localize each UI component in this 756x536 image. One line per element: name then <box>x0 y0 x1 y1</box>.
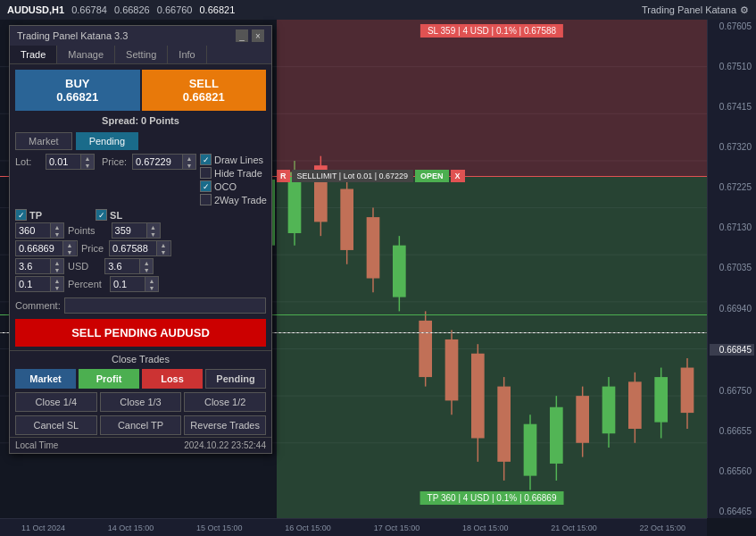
sl-pct-up[interactable]: ▲ <box>145 277 158 284</box>
sl-usd-input[interactable] <box>105 259 139 273</box>
tab-setting[interactable]: Setting <box>115 46 168 63</box>
chart-settings-icon[interactable]: ⚙ <box>740 4 749 16</box>
sl-price-up[interactable]: ▲ <box>157 241 170 248</box>
subtab-pending[interactable]: Pending <box>76 132 138 150</box>
tp-pct-arrows: ▲ ▼ <box>50 277 63 291</box>
tp-usd-up[interactable]: ▲ <box>51 259 63 266</box>
tab-info[interactable]: Info <box>168 46 206 63</box>
tp-pct-up[interactable]: ▲ <box>51 277 63 284</box>
close-profit-btn[interactable]: Profit <box>79 369 139 389</box>
tp-usd-down[interactable]: ▼ <box>51 266 63 273</box>
sell-label: SELL <box>145 77 263 90</box>
tp-price-label: Price <box>81 243 104 254</box>
sell-pending-button[interactable]: SELL PENDING AUDUSD <box>15 319 266 347</box>
close-quarter-btn[interactable]: Close 1/4 <box>15 392 97 412</box>
panel-titlebar[interactable]: Trading Panel Katana 3.3 _ × <box>10 26 271 46</box>
close-trades-row: Market Profit Loss Pending <box>10 367 271 390</box>
tp-usd-input[interactable] <box>16 259 50 273</box>
close-trades-header: Close Trades <box>10 350 271 367</box>
price-stepper[interactable]: ▲ ▼ <box>132 154 196 170</box>
close-pending-btn[interactable]: Pending <box>205 369 266 389</box>
panel-minimize-btn[interactable]: _ <box>236 29 248 42</box>
sl-price-arrows: ▲ ▼ <box>156 241 170 255</box>
tp-pct-stepper[interactable]: ▲ ▼ <box>15 276 64 292</box>
sl-points-stepper[interactable]: ▲ ▼ <box>112 222 161 239</box>
lot-down-btn[interactable]: ▼ <box>81 162 94 169</box>
tp-price-stepper[interactable]: ▲ ▼ <box>15 240 78 256</box>
cancel-tp-btn[interactable]: Cancel TP <box>100 415 182 435</box>
price-tick-current: 0.66845 <box>710 344 754 356</box>
subtab-market[interactable]: Market <box>15 132 72 150</box>
price-input[interactable] <box>133 155 182 169</box>
sl-points-input[interactable] <box>112 223 146 238</box>
sl-price-down[interactable]: ▼ <box>157 248 170 255</box>
time-tick: 11 Oct 2024 <box>21 523 65 532</box>
price-tick: 0.66560 <box>710 466 754 476</box>
tp-points-input[interactable] <box>16 223 50 238</box>
sl-usd-down[interactable]: ▼ <box>140 266 153 273</box>
price-tick: 0.67320 <box>710 142 754 152</box>
tp-price-up[interactable]: ▲ <box>63 241 76 248</box>
sl-price-stepper[interactable]: ▲ ▼ <box>109 240 171 256</box>
sl-down-btn[interactable]: ▼ <box>147 230 160 238</box>
sl-label: SL <box>110 210 122 221</box>
checkbox-hide-trade[interactable] <box>200 167 212 179</box>
panel-close-btn[interactable]: × <box>252 29 264 42</box>
tp-price-down[interactable]: ▼ <box>63 248 76 255</box>
tp-down-btn[interactable]: ▼ <box>51 230 63 238</box>
time-tick: 22 Oct 15:00 <box>640 523 686 532</box>
sl-pct-input[interactable] <box>111 277 145 291</box>
tp-points-stepper[interactable]: ▲ ▼ <box>15 222 64 239</box>
sl-pct-down[interactable]: ▼ <box>145 284 158 291</box>
checkbox-sl[interactable] <box>96 209 107 221</box>
checkbox-draw-lines[interactable] <box>200 154 212 165</box>
time-tick: 14 Oct 15:00 <box>108 523 154 532</box>
sl-usd-up[interactable]: ▲ <box>140 259 153 266</box>
time-tick: 18 Oct 15:00 <box>462 523 509 532</box>
local-time-label: Local Time <box>15 440 58 450</box>
tab-manage[interactable]: Manage <box>57 46 115 63</box>
lot-stepper[interactable]: ▲ ▼ <box>46 154 95 170</box>
tab-trade[interactable]: Trade <box>10 46 57 63</box>
price-up-btn[interactable]: ▲ <box>183 155 195 162</box>
sl-zone: SL 359 | 4 USD | 0.1% | 0.67588 <box>277 20 707 176</box>
cancel-sl-btn[interactable]: Cancel SL <box>15 415 97 435</box>
price-down-btn[interactable]: ▼ <box>183 162 195 169</box>
option-label-hide-trade: Hide Trade <box>214 168 262 179</box>
option-hide-trade: Hide Trade <box>200 167 289 179</box>
close-half-btn[interactable]: Close 1/2 <box>184 392 266 412</box>
close-third-btn[interactable]: Close 1/3 <box>100 392 182 412</box>
close-loss-btn[interactable]: Loss <box>142 369 203 389</box>
close-market-btn[interactable]: Market <box>15 369 76 389</box>
sell-button[interactable]: SELL 0.66821 <box>142 70 267 111</box>
price-tick: 0.66655 <box>710 426 754 436</box>
trade-open-btn[interactable]: OPEN <box>415 170 449 182</box>
tp-usd-stepper[interactable]: ▲ ▼ <box>15 258 64 274</box>
lot-input[interactable] <box>46 155 80 169</box>
sl-usd-stepper[interactable]: ▲ ▼ <box>104 258 154 274</box>
sl-price-input[interactable] <box>110 241 156 255</box>
checkbox-oco[interactable] <box>200 180 212 192</box>
time-tick: 21 Oct 15:00 <box>551 523 597 532</box>
trade-close-btn[interactable]: X <box>451 170 465 182</box>
checkbox-2way[interactable] <box>200 194 212 205</box>
chart-price2: 0.66826 <box>114 4 150 15</box>
sl-up-btn[interactable]: ▲ <box>147 223 160 230</box>
buy-price: 0.66821 <box>19 90 137 104</box>
tp-up-btn[interactable]: ▲ <box>51 223 63 230</box>
time-tick: 16 Oct 15:00 <box>285 523 331 532</box>
comment-input[interactable] <box>64 297 266 314</box>
tp-points-label: Points <box>68 225 96 236</box>
lot-up-btn[interactable]: ▲ <box>81 155 94 162</box>
option-label-oco: OCO <box>214 181 237 192</box>
tp-pct-input[interactable] <box>16 277 50 291</box>
checkbox-tp[interactable] <box>15 209 27 221</box>
sl-pct-stepper[interactable]: ▲ ▼ <box>110 276 159 292</box>
tp-price-input[interactable] <box>16 241 62 255</box>
price-tick: 0.67035 <box>710 263 754 272</box>
tp-zone-label: TP 360 | 4 USD | 0.1% | 0.66869 <box>420 491 564 505</box>
action-row: Cancel SL Cancel TP Reverse Trades <box>10 414 271 437</box>
reverse-trades-btn[interactable]: Reverse Trades <box>184 415 266 435</box>
tp-pct-down[interactable]: ▼ <box>51 284 63 291</box>
buy-button[interactable]: BUY 0.66821 <box>15 70 140 111</box>
